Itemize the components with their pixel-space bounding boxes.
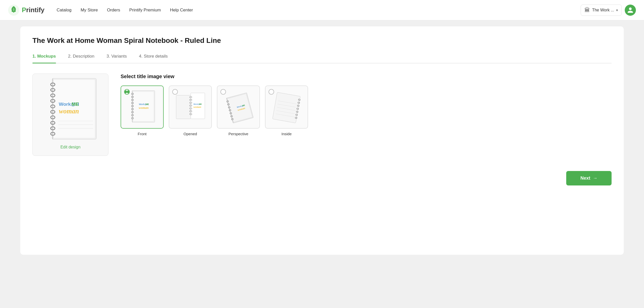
tab-store-details[interactable]: 4. Store details — [139, 54, 168, 63]
tab-description[interactable]: 2. Description — [68, 54, 94, 63]
next-arrow-icon: → — [593, 176, 597, 181]
mockup-section: Work@H ME woman Edit design Select title… — [32, 74, 612, 156]
preview-image-area: Work@H ME woman — [40, 80, 101, 141]
notebook-inside-thumb — [270, 91, 303, 124]
svg-text:ME: ME — [72, 101, 79, 107]
store-building-icon: 🏛 — [584, 7, 590, 13]
view-option-perspective[interactable]: Work@H ME woman Perspective — [217, 85, 260, 136]
view-inside-label: Inside — [281, 132, 292, 136]
svg-text:ME: ME — [199, 103, 202, 105]
select-title: Select title image view — [121, 74, 612, 79]
view-card-front[interactable]: Work@H ME woman — [121, 85, 164, 129]
view-option-opened[interactable]: Work@H ME woman Opened — [169, 85, 212, 136]
main-wrapper: The Work at Home Woman Spiral Notebook -… — [0, 20, 644, 267]
nav-premium[interactable]: Printify Premium — [129, 8, 161, 13]
nav-right: 🏛 The Work ... ▾ — [581, 5, 636, 16]
svg-text:woman: woman — [59, 107, 79, 115]
bottom-bar: Next → — [32, 171, 612, 185]
navbar: Printify Catalog My Store Orders Printif… — [0, 0, 644, 20]
view-card-opened[interactable]: Work@H ME woman — [169, 85, 212, 129]
view-front-label: Front — [138, 132, 146, 136]
radio-front — [124, 89, 130, 95]
view-card-inside[interactable] — [265, 85, 308, 129]
notebook-preview-image: Work@H ME woman — [40, 75, 101, 145]
view-opened-label: Opened — [183, 132, 197, 136]
svg-point-2 — [14, 10, 16, 12]
printify-logo-icon — [8, 5, 19, 16]
notebook-perspective-thumb: Work@H ME woman — [222, 91, 255, 124]
radio-inside — [269, 89, 274, 95]
svg-rect-37 — [176, 95, 191, 119]
user-icon — [627, 7, 634, 13]
chevron-down-icon: ▾ — [616, 8, 618, 12]
content-card: The Work at Home Woman Spiral Notebook -… — [20, 26, 624, 255]
preview-card: Work@H ME woman Edit design — [32, 74, 108, 156]
logo-text: Printify — [22, 6, 45, 14]
logo-link[interactable]: Printify — [8, 5, 45, 16]
notebook-opened-thumb: Work@H ME woman — [174, 91, 207, 124]
tab-mockups[interactable]: 1. Mockups — [32, 54, 56, 63]
nav-my-store[interactable]: My Store — [81, 8, 98, 13]
product-title: The Work at Home Woman Spiral Notebook -… — [32, 37, 612, 45]
nav-orders[interactable]: Orders — [107, 8, 120, 13]
next-button-label: Next — [580, 176, 590, 181]
store-name-label: The Work ... — [592, 8, 614, 12]
next-button[interactable]: Next → — [566, 171, 612, 185]
tabs: 1. Mockups 2. Description 3. Variants 4.… — [32, 54, 612, 63]
nav-catalog[interactable]: Catalog — [57, 8, 72, 13]
view-card-perspective[interactable]: Work@H ME woman — [217, 85, 260, 129]
svg-text:ME: ME — [145, 103, 149, 106]
view-options: Work@H ME woman Front — [121, 85, 612, 136]
view-option-inside[interactable]: Inside — [265, 85, 308, 136]
edit-design-link[interactable]: Edit design — [60, 145, 80, 149]
radio-opened — [172, 89, 178, 95]
svg-text:woman: woman — [139, 106, 148, 110]
store-selector[interactable]: 🏛 The Work ... ▾ — [581, 5, 622, 16]
view-option-front[interactable]: Work@H ME woman Front — [121, 85, 164, 136]
svg-text:woman: woman — [194, 106, 201, 108]
user-avatar-button[interactable] — [625, 5, 636, 16]
nav-help[interactable]: Help Center — [170, 8, 193, 13]
notebook-front-thumb: Work@H ME woman — [127, 89, 157, 125]
view-selection: Select title image view — [121, 74, 612, 136]
tab-variants[interactable]: 3. Variants — [107, 54, 127, 63]
svg-point-1 — [12, 10, 13, 12]
radio-perspective — [220, 89, 226, 95]
view-perspective-label: Perspective — [229, 132, 248, 136]
nav-links: Catalog My Store Orders Printify Premium… — [57, 8, 581, 13]
